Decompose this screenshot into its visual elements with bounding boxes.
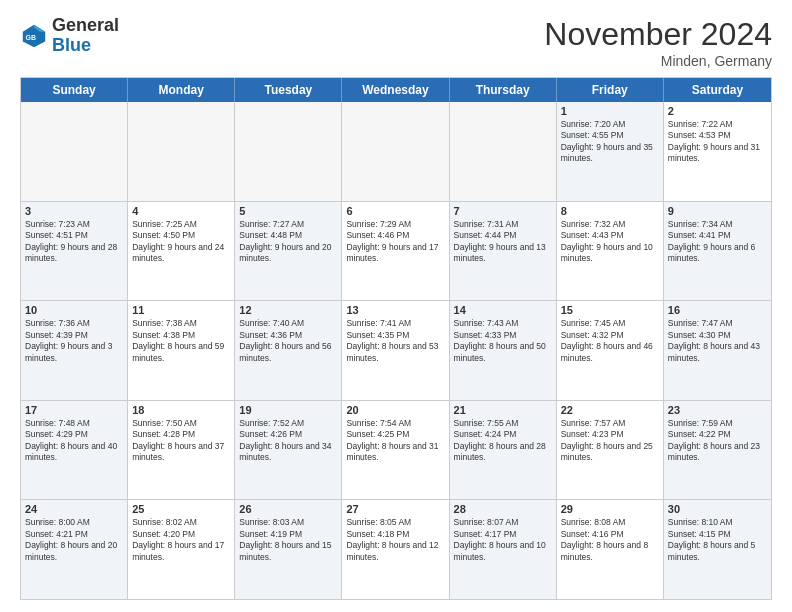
calendar-cell: 1Sunrise: 7:20 AM Sunset: 4:55 PM Daylig…: [557, 102, 664, 201]
day-info: Sunrise: 8:10 AM Sunset: 4:15 PM Dayligh…: [668, 517, 767, 563]
calendar-row-3: 17Sunrise: 7:48 AM Sunset: 4:29 PM Dayli…: [21, 401, 771, 501]
day-info: Sunrise: 7:52 AM Sunset: 4:26 PM Dayligh…: [239, 418, 337, 464]
day-number: 11: [132, 304, 230, 316]
logo-blue-text: Blue: [52, 35, 91, 55]
logo-icon: GB: [20, 22, 48, 50]
logo: GB General Blue: [20, 16, 119, 56]
header-day-wednesday: Wednesday: [342, 78, 449, 102]
calendar-cell: 16Sunrise: 7:47 AM Sunset: 4:30 PM Dayli…: [664, 301, 771, 400]
day-number: 10: [25, 304, 123, 316]
calendar-cell: 25Sunrise: 8:02 AM Sunset: 4:20 PM Dayli…: [128, 500, 235, 599]
calendar-cell: 5Sunrise: 7:27 AM Sunset: 4:48 PM Daylig…: [235, 202, 342, 301]
header-day-sunday: Sunday: [21, 78, 128, 102]
header: GB General Blue November 2024 Minden, Ge…: [20, 16, 772, 69]
calendar-cell: 3Sunrise: 7:23 AM Sunset: 4:51 PM Daylig…: [21, 202, 128, 301]
calendar-cell: [128, 102, 235, 201]
calendar-row-1: 3Sunrise: 7:23 AM Sunset: 4:51 PM Daylig…: [21, 202, 771, 302]
day-info: Sunrise: 7:41 AM Sunset: 4:35 PM Dayligh…: [346, 318, 444, 364]
calendar-header: SundayMondayTuesdayWednesdayThursdayFrid…: [21, 78, 771, 102]
day-number: 14: [454, 304, 552, 316]
day-number: 21: [454, 404, 552, 416]
header-day-friday: Friday: [557, 78, 664, 102]
day-info: Sunrise: 7:59 AM Sunset: 4:22 PM Dayligh…: [668, 418, 767, 464]
day-info: Sunrise: 7:43 AM Sunset: 4:33 PM Dayligh…: [454, 318, 552, 364]
day-info: Sunrise: 7:34 AM Sunset: 4:41 PM Dayligh…: [668, 219, 767, 265]
day-info: Sunrise: 8:00 AM Sunset: 4:21 PM Dayligh…: [25, 517, 123, 563]
calendar-cell: 24Sunrise: 8:00 AM Sunset: 4:21 PM Dayli…: [21, 500, 128, 599]
day-number: 6: [346, 205, 444, 217]
day-number: 20: [346, 404, 444, 416]
day-number: 18: [132, 404, 230, 416]
header-day-tuesday: Tuesday: [235, 78, 342, 102]
calendar-row-4: 24Sunrise: 8:00 AM Sunset: 4:21 PM Dayli…: [21, 500, 771, 599]
day-number: 23: [668, 404, 767, 416]
day-number: 5: [239, 205, 337, 217]
logo-text: General Blue: [52, 16, 119, 56]
day-number: 27: [346, 503, 444, 515]
day-info: Sunrise: 8:08 AM Sunset: 4:16 PM Dayligh…: [561, 517, 659, 563]
logo-general-text: General: [52, 15, 119, 35]
day-number: 4: [132, 205, 230, 217]
calendar-cell: 27Sunrise: 8:05 AM Sunset: 4:18 PM Dayli…: [342, 500, 449, 599]
day-number: 12: [239, 304, 337, 316]
title-block: November 2024 Minden, Germany: [544, 16, 772, 69]
day-info: Sunrise: 7:54 AM Sunset: 4:25 PM Dayligh…: [346, 418, 444, 464]
calendar-cell: 20Sunrise: 7:54 AM Sunset: 4:25 PM Dayli…: [342, 401, 449, 500]
calendar-cell: 18Sunrise: 7:50 AM Sunset: 4:28 PM Dayli…: [128, 401, 235, 500]
calendar-cell: 30Sunrise: 8:10 AM Sunset: 4:15 PM Dayli…: [664, 500, 771, 599]
calendar-cell: 9Sunrise: 7:34 AM Sunset: 4:41 PM Daylig…: [664, 202, 771, 301]
day-number: 1: [561, 105, 659, 117]
day-number: 3: [25, 205, 123, 217]
calendar-cell: 7Sunrise: 7:31 AM Sunset: 4:44 PM Daylig…: [450, 202, 557, 301]
day-info: Sunrise: 8:05 AM Sunset: 4:18 PM Dayligh…: [346, 517, 444, 563]
day-info: Sunrise: 7:48 AM Sunset: 4:29 PM Dayligh…: [25, 418, 123, 464]
calendar-cell: 11Sunrise: 7:38 AM Sunset: 4:38 PM Dayli…: [128, 301, 235, 400]
day-number: 25: [132, 503, 230, 515]
calendar-cell: [342, 102, 449, 201]
day-number: 30: [668, 503, 767, 515]
calendar-cell: [21, 102, 128, 201]
day-number: 9: [668, 205, 767, 217]
calendar-cell: 13Sunrise: 7:41 AM Sunset: 4:35 PM Dayli…: [342, 301, 449, 400]
calendar-cell: 8Sunrise: 7:32 AM Sunset: 4:43 PM Daylig…: [557, 202, 664, 301]
day-number: 15: [561, 304, 659, 316]
day-number: 19: [239, 404, 337, 416]
day-number: 24: [25, 503, 123, 515]
day-info: Sunrise: 7:32 AM Sunset: 4:43 PM Dayligh…: [561, 219, 659, 265]
calendar-cell: 19Sunrise: 7:52 AM Sunset: 4:26 PM Dayli…: [235, 401, 342, 500]
calendar: SundayMondayTuesdayWednesdayThursdayFrid…: [20, 77, 772, 600]
calendar-cell: 26Sunrise: 8:03 AM Sunset: 4:19 PM Dayli…: [235, 500, 342, 599]
location-subtitle: Minden, Germany: [544, 53, 772, 69]
day-number: 28: [454, 503, 552, 515]
day-info: Sunrise: 7:47 AM Sunset: 4:30 PM Dayligh…: [668, 318, 767, 364]
calendar-cell: 10Sunrise: 7:36 AM Sunset: 4:39 PM Dayli…: [21, 301, 128, 400]
day-info: Sunrise: 7:27 AM Sunset: 4:48 PM Dayligh…: [239, 219, 337, 265]
calendar-cell: [450, 102, 557, 201]
page: GB General Blue November 2024 Minden, Ge…: [0, 0, 792, 612]
day-number: 7: [454, 205, 552, 217]
day-info: Sunrise: 7:20 AM Sunset: 4:55 PM Dayligh…: [561, 119, 659, 165]
calendar-cell: 2Sunrise: 7:22 AM Sunset: 4:53 PM Daylig…: [664, 102, 771, 201]
calendar-cell: 15Sunrise: 7:45 AM Sunset: 4:32 PM Dayli…: [557, 301, 664, 400]
calendar-cell: 12Sunrise: 7:40 AM Sunset: 4:36 PM Dayli…: [235, 301, 342, 400]
calendar-cell: 17Sunrise: 7:48 AM Sunset: 4:29 PM Dayli…: [21, 401, 128, 500]
day-info: Sunrise: 7:29 AM Sunset: 4:46 PM Dayligh…: [346, 219, 444, 265]
day-info: Sunrise: 7:38 AM Sunset: 4:38 PM Dayligh…: [132, 318, 230, 364]
calendar-cell: 22Sunrise: 7:57 AM Sunset: 4:23 PM Dayli…: [557, 401, 664, 500]
day-info: Sunrise: 7:50 AM Sunset: 4:28 PM Dayligh…: [132, 418, 230, 464]
calendar-cell: 4Sunrise: 7:25 AM Sunset: 4:50 PM Daylig…: [128, 202, 235, 301]
calendar-row-0: 1Sunrise: 7:20 AM Sunset: 4:55 PM Daylig…: [21, 102, 771, 202]
day-info: Sunrise: 7:36 AM Sunset: 4:39 PM Dayligh…: [25, 318, 123, 364]
calendar-cell: 29Sunrise: 8:08 AM Sunset: 4:16 PM Dayli…: [557, 500, 664, 599]
calendar-cell: 6Sunrise: 7:29 AM Sunset: 4:46 PM Daylig…: [342, 202, 449, 301]
calendar-row-2: 10Sunrise: 7:36 AM Sunset: 4:39 PM Dayli…: [21, 301, 771, 401]
calendar-body: 1Sunrise: 7:20 AM Sunset: 4:55 PM Daylig…: [21, 102, 771, 599]
day-info: Sunrise: 7:40 AM Sunset: 4:36 PM Dayligh…: [239, 318, 337, 364]
day-number: 2: [668, 105, 767, 117]
day-number: 22: [561, 404, 659, 416]
header-day-monday: Monday: [128, 78, 235, 102]
calendar-cell: 28Sunrise: 8:07 AM Sunset: 4:17 PM Dayli…: [450, 500, 557, 599]
calendar-cell: 14Sunrise: 7:43 AM Sunset: 4:33 PM Dayli…: [450, 301, 557, 400]
header-day-thursday: Thursday: [450, 78, 557, 102]
day-info: Sunrise: 8:03 AM Sunset: 4:19 PM Dayligh…: [239, 517, 337, 563]
